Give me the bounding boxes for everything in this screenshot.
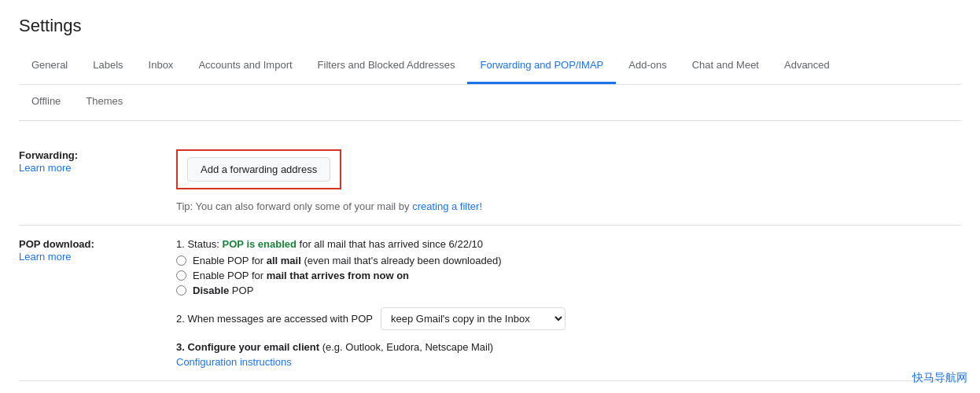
- tab-labels[interactable]: Labels: [80, 49, 135, 84]
- tab-accounts-import[interactable]: Accounts and Import: [186, 49, 304, 84]
- pop-status-prefix: 1. Status:: [176, 238, 223, 250]
- when-messages-select[interactable]: keep Gmail's copy in the Inbox archive G…: [381, 307, 566, 330]
- primary-tabs: General Labels Inbox Accounts and Import…: [19, 49, 961, 85]
- pop-status-suffix: for all mail that has arrived since 6/22…: [297, 238, 483, 250]
- tab-advanced[interactable]: Advanced: [772, 49, 842, 84]
- tab-filters[interactable]: Filters and Blocked Addresses: [305, 49, 468, 84]
- forwarding-content: Add a forwarding address Tip: You can al…: [176, 149, 961, 212]
- tab-inbox[interactable]: Inbox: [136, 49, 186, 84]
- pop-option-from-now-label: Enable POP for mail that arrives from no…: [193, 270, 409, 281]
- forwarding-section: Forwarding: Learn more Add a forwarding …: [19, 137, 961, 226]
- pop-radio-all-mail[interactable]: [176, 255, 186, 266]
- tab-chat-meet[interactable]: Chat and Meet: [680, 49, 772, 84]
- pop-option-from-now: Enable POP for mail that arrives from no…: [176, 270, 961, 281]
- pop-download-section: POP download: Learn more 1. Status: POP …: [19, 226, 961, 381]
- tip-prefix: Tip: You can also forward only some of y…: [176, 200, 412, 212]
- pop-content: 1. Status: POP is enabled for all mail t…: [176, 238, 961, 368]
- pop-learn-more[interactable]: Learn more: [19, 251, 71, 263]
- configuration-instructions-link[interactable]: Configuration instructions: [176, 356, 961, 368]
- add-forwarding-button[interactable]: Add a forwarding address: [187, 157, 330, 182]
- pop-label-area: POP download: Learn more: [19, 238, 176, 368]
- pop-option-disable-label: Disable POP: [193, 285, 253, 296]
- forwarding-label: Forwarding:: [19, 149, 160, 161]
- tab-addons[interactable]: Add-ons: [616, 49, 679, 84]
- tab-general[interactable]: General: [19, 49, 80, 84]
- configure-label: 3. Configure your email client (e.g. Out…: [176, 341, 493, 353]
- forwarding-highlight-box: Add a forwarding address: [176, 149, 341, 189]
- pop-status-highlight: POP is enabled: [223, 238, 297, 250]
- when-messages-label: 2. When messages are accessed with POP: [176, 313, 373, 325]
- pop-option-disable: Disable POP: [176, 285, 961, 296]
- pop-option-all-mail-label: Enable POP for all mail (even mail that'…: [193, 255, 502, 266]
- tab-forwarding[interactable]: Forwarding and POP/IMAP: [467, 49, 616, 84]
- pop-radio-from-now[interactable]: [176, 270, 186, 281]
- when-messages-row: 2. When messages are accessed with POP k…: [176, 307, 961, 330]
- pop-option-all-mail: Enable POP for all mail (even mail that'…: [176, 255, 961, 266]
- settings-page: Settings General Labels Inbox Accounts a…: [0, 0, 980, 393]
- content-area: Forwarding: Learn more Add a forwarding …: [19, 121, 961, 393]
- pop-status-text: 1. Status: POP is enabled for all mail t…: [176, 238, 961, 250]
- pop-label: POP download:: [19, 238, 160, 250]
- forwarding-label-area: Forwarding: Learn more: [19, 149, 176, 212]
- forwarding-tip: Tip: You can also forward only some of y…: [176, 200, 961, 212]
- tab-offline[interactable]: Offline: [19, 85, 73, 120]
- pop-radio-disable[interactable]: [176, 285, 186, 296]
- creating-filter-link[interactable]: creating a filter!: [412, 200, 482, 212]
- page-title: Settings: [19, 16, 961, 36]
- watermark: 快马导航网: [912, 371, 967, 385]
- tab-themes[interactable]: Themes: [73, 85, 135, 120]
- configure-row: 3. Configure your email client (e.g. Out…: [176, 341, 961, 368]
- secondary-tabs: Offline Themes: [19, 85, 961, 121]
- forwarding-learn-more[interactable]: Learn more: [19, 162, 71, 174]
